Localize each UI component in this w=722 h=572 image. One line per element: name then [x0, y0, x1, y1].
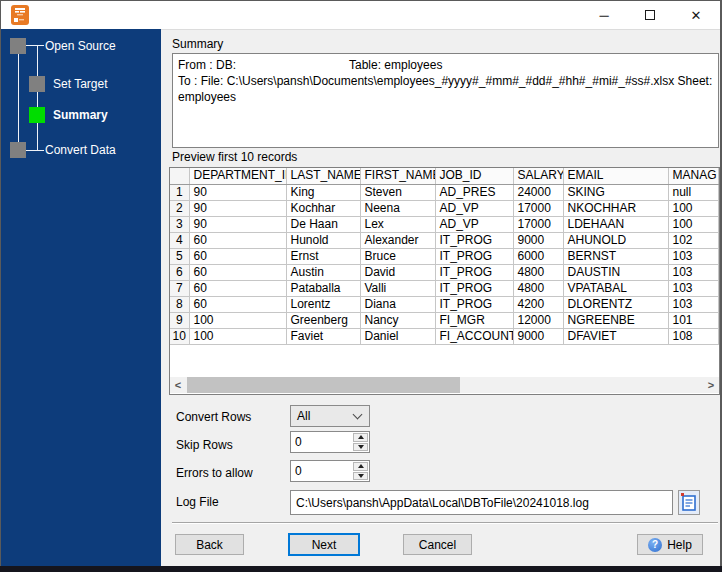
grid-cell[interactable]: 3 [170, 216, 189, 232]
grid-cell[interactable]: 60 [189, 248, 286, 264]
grid-cell[interactable]: 101 [668, 312, 719, 328]
back-button[interactable]: Back [175, 534, 244, 555]
grid-cell[interactable]: 103 [668, 280, 719, 296]
grid-cell[interactable]: IT_PROG [435, 280, 513, 296]
grid-cell[interactable]: DLORENTZ [563, 296, 668, 312]
skip-rows-input[interactable] [291, 432, 352, 452]
grid-cell[interactable]: 90 [189, 200, 286, 216]
grid-cell[interactable]: IT_PROG [435, 232, 513, 248]
skip-rows-up-button[interactable] [353, 433, 368, 442]
grid-cell[interactable]: Bruce [360, 248, 435, 264]
grid-header-cell[interactable]: LAST_NAME [286, 168, 360, 184]
grid-cell[interactable]: 60 [189, 264, 286, 280]
grid-cell[interactable]: Hunold [286, 232, 360, 248]
grid-cell[interactable]: 5 [170, 248, 189, 264]
maximize-button[interactable] [627, 1, 673, 29]
grid-cell[interactable]: IT_PROG [435, 296, 513, 312]
grid-cell[interactable]: Nancy [360, 312, 435, 328]
grid-cell[interactable]: 6000 [513, 248, 563, 264]
grid-cell[interactable]: 10 [170, 328, 189, 344]
grid-cell[interactable]: Lex [360, 216, 435, 232]
grid-cell[interactable]: Valli [360, 280, 435, 296]
skip-rows-down-button[interactable] [353, 443, 368, 452]
help-button[interactable]: ? Help [637, 534, 703, 555]
grid-header-cell[interactable]: DEPARTMENT_ID [189, 168, 286, 184]
grid-cell[interactable]: 100 [668, 216, 719, 232]
grid-cell[interactable]: AD_VP [435, 216, 513, 232]
scroll-right-icon[interactable]: > [703, 377, 719, 393]
grid-cell[interactable]: 4800 [513, 280, 563, 296]
grid-cell[interactable]: 60 [189, 280, 286, 296]
grid-cell[interactable]: Austin [286, 264, 360, 280]
grid-cell[interactable]: 9 [170, 312, 189, 328]
grid-header-cell[interactable] [170, 168, 189, 184]
window-border-bottom[interactable] [0, 566, 722, 572]
grid-cell[interactable]: David [360, 264, 435, 280]
sidebar-item-set-target[interactable]: Set Target [53, 76, 107, 92]
grid-cell[interactable]: 100 [189, 312, 286, 328]
grid-cell[interactable]: 7 [170, 280, 189, 296]
grid-cell[interactable]: 102 [668, 232, 719, 248]
cancel-button[interactable]: Cancel [403, 534, 472, 555]
grid-cell[interactable]: 1 [170, 184, 189, 200]
grid-cell[interactable]: null [668, 184, 719, 200]
grid-cell[interactable]: FI_MGR [435, 312, 513, 328]
grid-cell[interactable]: Alexander [360, 232, 435, 248]
grid-cell[interactable]: 9000 [513, 232, 563, 248]
grid-cell[interactable]: FI_ACCOUNT [435, 328, 513, 344]
horizontal-scrollbar[interactable]: < > [170, 377, 719, 393]
errors-up-button[interactable] [353, 462, 368, 471]
grid-cell[interactable]: Ernst [286, 248, 360, 264]
grid-cell[interactable]: Greenberg [286, 312, 360, 328]
grid-cell[interactable]: BERNST [563, 248, 668, 264]
grid-cell[interactable]: 4800 [513, 264, 563, 280]
view-log-button[interactable] [678, 490, 700, 515]
grid-cell[interactable]: 108 [668, 328, 719, 344]
grid-cell[interactable]: Daniel [360, 328, 435, 344]
grid-cell[interactable]: 103 [668, 296, 719, 312]
grid-cell[interactable]: IT_PROG [435, 248, 513, 264]
grid-cell[interactable]: Lorentz [286, 296, 360, 312]
grid-cell[interactable]: 60 [189, 232, 286, 248]
grid-cell[interactable]: 9000 [513, 328, 563, 344]
sidebar-item-summary[interactable]: Summary [53, 107, 108, 123]
minimize-button[interactable]: ─ [581, 1, 627, 29]
grid-cell[interactable]: 2 [170, 200, 189, 216]
grid-cell[interactable]: 90 [189, 216, 286, 232]
log-file-input[interactable] [290, 490, 673, 515]
grid-header-cell[interactable]: JOB_ID [435, 168, 513, 184]
grid-cell[interactable]: 24000 [513, 184, 563, 200]
grid-cell[interactable]: 17000 [513, 200, 563, 216]
convert-rows-select[interactable]: All [290, 405, 370, 427]
grid-cell[interactable]: NKOCHHAR [563, 200, 668, 216]
grid-cell[interactable]: 6 [170, 264, 189, 280]
grid-cell[interactable]: 8 [170, 296, 189, 312]
grid-cell[interactable]: 103 [668, 264, 719, 280]
errors-down-button[interactable] [353, 472, 368, 481]
grid-header-cell[interactable]: MANAG [668, 168, 719, 184]
grid-cell[interactable]: 90 [189, 184, 286, 200]
grid-cell[interactable]: 4 [170, 232, 189, 248]
grid-header-cell[interactable]: EMAIL [563, 168, 668, 184]
grid-cell[interactable]: Diana [360, 296, 435, 312]
scrollbar-track[interactable] [186, 377, 703, 393]
grid-cell[interactable]: 60 [189, 296, 286, 312]
grid-cell[interactable]: VPATABAL [563, 280, 668, 296]
grid-cell[interactable]: King [286, 184, 360, 200]
grid-cell[interactable]: 100 [668, 200, 719, 216]
grid-cell[interactable]: Faviet [286, 328, 360, 344]
grid-cell[interactable]: AD_VP [435, 200, 513, 216]
next-button[interactable]: Next [288, 533, 360, 556]
sidebar-item-convert-data[interactable]: Convert Data [45, 142, 116, 158]
grid-cell[interactable]: IT_PROG [435, 264, 513, 280]
grid-header-cell[interactable]: SALARY [513, 168, 563, 184]
grid-cell[interactable]: NGREENBE [563, 312, 668, 328]
grid-cell[interactable]: Kochhar [286, 200, 360, 216]
grid-cell[interactable]: 103 [668, 248, 719, 264]
grid-cell[interactable]: DFAVIET [563, 328, 668, 344]
grid-cell[interactable]: SKING [563, 184, 668, 200]
grid-cell[interactable]: De Haan [286, 216, 360, 232]
errors-to-allow-input[interactable] [291, 461, 352, 481]
scroll-left-icon[interactable]: < [170, 377, 186, 393]
grid-cell[interactable]: Steven [360, 184, 435, 200]
